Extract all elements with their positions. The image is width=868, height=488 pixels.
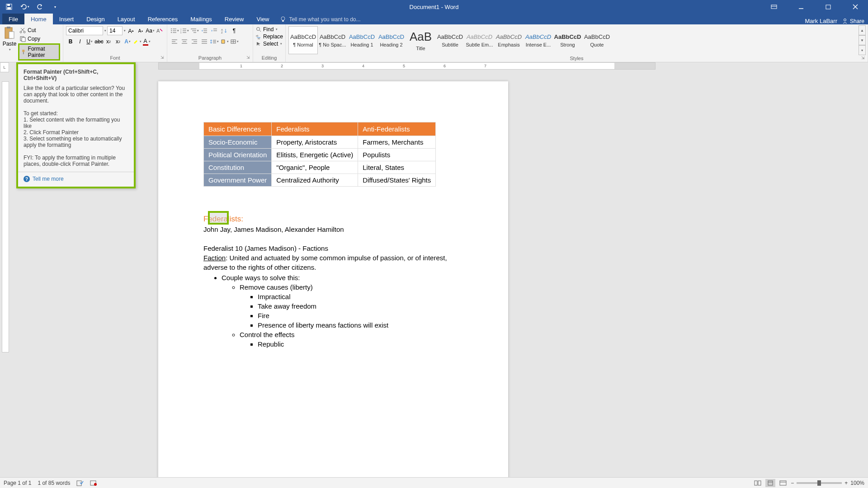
- replace-button[interactable]: abacReplace: [256, 33, 283, 40]
- macro-record-button[interactable]: [90, 480, 97, 486]
- style-subtitle[interactable]: AaBbCcDSubtitle: [435, 26, 465, 54]
- line-spacing-button[interactable]: ▾: [210, 37, 219, 46]
- increase-indent-button[interactable]: [210, 26, 219, 35]
- shading-button[interactable]: ▾: [220, 37, 229, 46]
- tooltip-p2: To get started:: [24, 110, 128, 117]
- style-title[interactable]: AaBTitle: [406, 26, 435, 54]
- paragraph-launcher[interactable]: ⇲: [246, 55, 250, 60]
- subscript-button[interactable]: x2: [104, 37, 113, 46]
- vertical-ruler[interactable]: [2, 81, 9, 352]
- bullets-button[interactable]: ▾: [170, 26, 179, 35]
- clear-formatting-button[interactable]: A: [156, 26, 164, 35]
- multilevel-button[interactable]: ▾: [190, 26, 199, 35]
- horizontal-ruler[interactable]: 1234567: [158, 62, 656, 70]
- font-color-button[interactable]: A▾: [142, 37, 151, 46]
- web-layout-button[interactable]: [778, 479, 788, 487]
- paste-button[interactable]: Paste ▾: [2, 25, 17, 61]
- style-heading-[interactable]: AaBbCcDHeading 2: [377, 26, 406, 54]
- tab-design[interactable]: Design: [80, 14, 111, 24]
- ribbon-display-button[interactable]: [765, 0, 783, 13]
- zoom-out-button[interactable]: −: [791, 480, 794, 486]
- tab-review[interactable]: Review: [218, 14, 250, 24]
- find-button[interactable]: Find▾: [256, 26, 283, 33]
- zoom-level[interactable]: 100%: [850, 480, 864, 486]
- share-button[interactable]: Share: [842, 18, 864, 24]
- change-case-button[interactable]: Aa▾: [146, 26, 155, 35]
- style--normal[interactable]: AaBbCcD¶ Normal: [288, 26, 318, 54]
- tell-me-search[interactable]: Tell me what you want to do...: [275, 14, 365, 24]
- strikethrough-button[interactable]: abc: [94, 37, 104, 46]
- read-mode-button[interactable]: [753, 479, 763, 487]
- style-heading-[interactable]: AaBbCcDHeading 1: [347, 26, 377, 54]
- print-layout-button[interactable]: [765, 479, 775, 487]
- styles-expand[interactable]: ▾: [859, 45, 866, 55]
- justify-button[interactable]: [200, 37, 209, 46]
- save-button[interactable]: [4, 1, 14, 12]
- qat-customize[interactable]: ▾: [50, 1, 61, 12]
- undo-button[interactable]: ▾: [19, 1, 30, 12]
- maximize-button[interactable]: [819, 0, 837, 13]
- authors-line[interactable]: John Jay, James Madison, Alexander Hamil…: [203, 225, 463, 234]
- title-bar: ▾ ▾ Document1 - Word: [0, 0, 868, 14]
- document-table[interactable]: Basic DifferencesFederalistsAnti-Federal…: [203, 122, 436, 187]
- document-page[interactable]: Basic DifferencesFederalistsAnti-Federal…: [158, 81, 508, 488]
- svg-line-18: [21, 28, 24, 31]
- tab-view[interactable]: View: [250, 14, 275, 24]
- borders-button[interactable]: ▾: [230, 37, 239, 46]
- outline-list[interactable]: Couple ways to solve this: Remove causes…: [222, 273, 463, 349]
- italic-button[interactable]: I: [75, 37, 85, 46]
- sort-button[interactable]: AZ: [220, 26, 229, 35]
- close-button[interactable]: [846, 0, 864, 13]
- superscript-button[interactable]: x2: [113, 37, 123, 46]
- page-indicator[interactable]: Page 1 of 1: [4, 480, 31, 486]
- shrink-font-button[interactable]: A▾: [136, 26, 145, 35]
- federalists-heading[interactable]: Federalists:: [203, 214, 243, 225]
- tab-insert[interactable]: Insert: [53, 14, 80, 24]
- style-subtle-em-[interactable]: AaBbCcDSubtle Em...: [465, 26, 494, 54]
- show-marks-button[interactable]: ¶: [230, 26, 239, 35]
- cut-button[interactable]: Cut: [18, 26, 60, 34]
- align-left-button[interactable]: [170, 37, 179, 46]
- style--no-spac-[interactable]: AaBbCcD¶ No Spac...: [318, 26, 347, 54]
- decrease-indent-button[interactable]: [200, 26, 209, 35]
- fed10-line[interactable]: Federalist 10 (James Madison) - Factions: [203, 244, 463, 253]
- highlight-button[interactable]: ▾: [132, 37, 142, 46]
- faction-line[interactable]: Faction: United and actuated by some com…: [203, 253, 463, 272]
- font-launcher[interactable]: ⇲: [160, 55, 164, 60]
- word-count[interactable]: 1 of 85 words: [38, 480, 70, 486]
- zoom-in-button[interactable]: +: [844, 480, 848, 486]
- format-painter-button[interactable]: Format Painter: [18, 43, 60, 61]
- text-effects-button[interactable]: A▾: [123, 37, 132, 46]
- tab-selector[interactable]: L: [0, 62, 9, 72]
- numbering-button[interactable]: 123▾: [180, 26, 189, 35]
- tab-home[interactable]: Home: [24, 14, 53, 24]
- spellcheck-button[interactable]: [76, 480, 84, 486]
- font-name-input[interactable]: [66, 26, 103, 35]
- paste-icon: [4, 26, 15, 40]
- tab-mailings[interactable]: Mailings: [184, 14, 218, 24]
- align-center-button[interactable]: [180, 37, 189, 46]
- minimize-button[interactable]: [792, 0, 810, 13]
- bold-button[interactable]: B: [66, 37, 75, 46]
- grow-font-button[interactable]: A▴: [127, 26, 135, 35]
- tooltip-tell-me-more[interactable]: ? Tell me more: [24, 176, 128, 182]
- select-button[interactable]: Select▾: [256, 41, 283, 47]
- zoom-slider[interactable]: [797, 482, 842, 484]
- style-intense-e-[interactable]: AaBbCcDIntense E...: [524, 26, 553, 54]
- styles-scroll-down[interactable]: ▼: [859, 35, 866, 45]
- styles-scroll-up[interactable]: ▲: [859, 25, 866, 35]
- style-quote[interactable]: AaBbCcDQuote: [582, 26, 612, 54]
- tab-file[interactable]: File: [2, 14, 24, 24]
- copy-button[interactable]: Copy: [18, 35, 60, 43]
- align-right-button[interactable]: [190, 37, 199, 46]
- underline-button[interactable]: U▾: [85, 37, 94, 46]
- redo-button[interactable]: [34, 1, 45, 12]
- font-size-input[interactable]: [107, 26, 123, 35]
- document-body[interactable]: Federalists: John Jay, James Madison, Al…: [203, 214, 463, 349]
- username-label[interactable]: Mark LaBarr: [805, 18, 837, 24]
- style-strong[interactable]: AaBbCcDStrong: [553, 26, 582, 54]
- style-emphasis[interactable]: AaBbCcDEmphasis: [494, 26, 524, 54]
- tab-references[interactable]: References: [142, 14, 184, 24]
- styles-launcher[interactable]: ⇲: [861, 56, 865, 60]
- tab-layout[interactable]: Layout: [111, 14, 142, 24]
